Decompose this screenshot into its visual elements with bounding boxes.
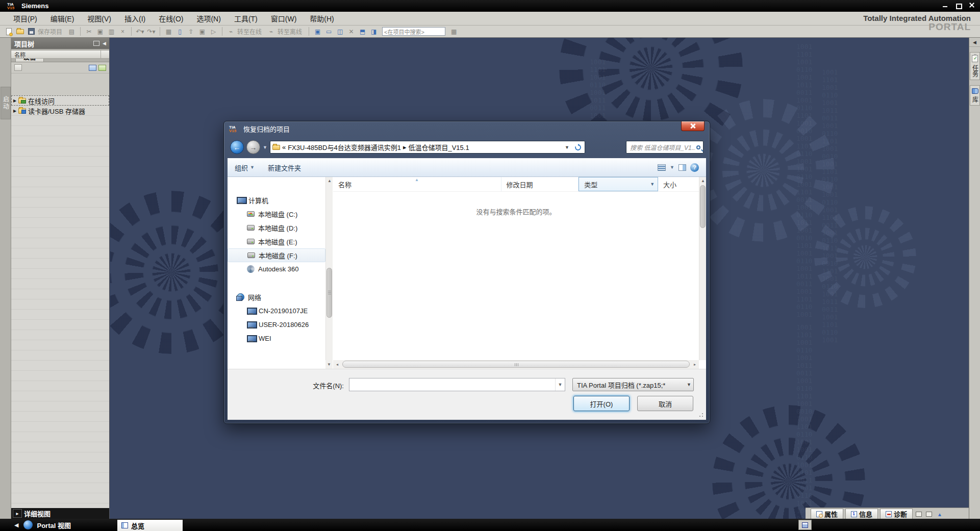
save-project-label[interactable]: 保存项目 [38, 27, 62, 36]
window-split-horizontal-icon[interactable]: ▭ [324, 27, 334, 36]
tree-item-card-reader[interactable]: 读卡器/USB 存储器 [11, 106, 109, 116]
tree-name-column-header[interactable]: 名称 [11, 50, 109, 59]
expand-inspector-icon[interactable] [937, 512, 942, 517]
file-name-dropdown-icon[interactable] [555, 378, 565, 391]
search-in-project-icon[interactable]: ▦ [449, 27, 459, 36]
nav-scroll-down-icon[interactable] [325, 360, 333, 369]
download-icon[interactable]: ▯ [175, 27, 185, 36]
file-name-combo[interactable] [349, 378, 565, 391]
recent-pages-icon[interactable] [263, 145, 267, 150]
menu-edit[interactable]: 编辑(E) [44, 12, 81, 25]
tab-properties[interactable]: 属性 [811, 509, 843, 519]
scroll-right-icon[interactable] [691, 360, 699, 369]
file-name-input[interactable] [349, 381, 555, 389]
column-type[interactable]: 类型 [579, 177, 658, 191]
search-input[interactable] [629, 143, 696, 151]
column-date-modified[interactable]: 修改日期 [501, 177, 579, 191]
new-folder-button[interactable]: 新建文件夹 [268, 163, 301, 172]
expand-icon[interactable] [13, 109, 18, 113]
preview-pane-icon[interactable] [679, 164, 686, 171]
float-window-icon[interactable] [916, 512, 922, 517]
project-search-input[interactable] [382, 27, 445, 36]
paste-icon[interactable]: ▥ [107, 27, 116, 36]
forward-button[interactable]: → [246, 140, 260, 154]
breadcrumb[interactable]: « FX3U-485BD与4台达变频器通讯实例1 ▸ 低温仓储项目_V15.1 [270, 141, 585, 154]
collapse-right-panel-icon[interactable] [969, 38, 980, 47]
nav-item-network-pc[interactable]: USER-20180626 [228, 318, 325, 332]
nav-item-disk-d[interactable]: 本地磁盘 (D:) [228, 221, 325, 235]
tab-info[interactable]: 信息 [845, 509, 878, 519]
nav-item-disk-c[interactable]: 本地磁盘 (C:) [228, 207, 325, 221]
menu-tools[interactable]: 工具(T) [228, 12, 264, 25]
go-online-icon[interactable]: ⌁ [226, 27, 236, 36]
cross-references-icon[interactable]: ✕ [346, 27, 356, 36]
menu-help[interactable]: 帮助(H) [304, 12, 340, 25]
print-icon[interactable]: ▤ [67, 27, 77, 36]
column-size[interactable]: 大小 [658, 177, 699, 191]
nav-item-network[interactable]: 网络 [228, 290, 325, 304]
go-offline-icon[interactable]: ⌁ [266, 27, 276, 36]
start-vertical-tab[interactable]: 启动 [1, 87, 11, 119]
close-icon[interactable] [968, 2, 976, 9]
menu-online[interactable]: 在线(O) [153, 12, 189, 25]
libraries-vertical-tab[interactable]: 库 [970, 85, 980, 106]
change-view-icon[interactable] [658, 164, 666, 171]
details-expand-icon[interactable] [13, 509, 22, 518]
refresh-icon[interactable] [573, 143, 583, 152]
menu-window[interactable]: 窗口(W) [265, 12, 303, 25]
open-button[interactable]: 打开(O) [573, 396, 630, 411]
scroll-up-icon[interactable] [699, 177, 706, 184]
compile-icon[interactable]: ▦ [164, 27, 173, 36]
help-icon[interactable]: ? [690, 163, 699, 172]
search-box[interactable] [626, 141, 703, 154]
redo-icon[interactable]: ↷▾ [146, 27, 156, 36]
new-project-icon[interactable] [4, 27, 14, 36]
menu-project[interactable]: 项目(P) [7, 12, 43, 25]
change-view-dropdown-icon[interactable] [670, 165, 674, 170]
menu-insert[interactable]: 插入(I) [118, 12, 152, 25]
menu-view[interactable]: 视图(V) [81, 12, 117, 25]
dock-window-icon[interactable] [926, 512, 932, 517]
split-editor-h-icon[interactable]: ⬒ [358, 27, 367, 36]
tree-item-online-access[interactable]: 在线访问 [11, 95, 109, 106]
resize-grip[interactable] [697, 411, 704, 418]
nav-item-network-pc[interactable]: WEI [228, 332, 325, 345]
overview-task-button[interactable]: 总览 [117, 520, 183, 531]
portal-orb-icon[interactable] [23, 520, 33, 529]
file-type-combo[interactable]: TIA Portal 项目归档 (*.zap15;* [572, 378, 694, 391]
expand-icon[interactable] [13, 98, 18, 103]
nav-scrollbar-thumb[interactable] [326, 268, 332, 318]
upload-icon[interactable]: ⇧ [186, 27, 196, 36]
delete-icon[interactable]: × [118, 27, 128, 36]
nav-item-disk-e[interactable]: 本地磁盘 (E:) [228, 235, 325, 248]
undo-icon[interactable]: ↶▾ [135, 27, 145, 36]
details-view-bar[interactable]: 详细视图 [11, 508, 109, 519]
nav-item-network-pc[interactable]: CN-20190107JE [228, 304, 325, 318]
scroll-left-icon[interactable] [333, 360, 341, 369]
minimize-icon[interactable] [941, 2, 949, 9]
nav-item-disk-f[interactable]: 本地磁盘 (F:) [228, 248, 325, 262]
copy-icon[interactable]: ▣ [95, 27, 105, 36]
content-scrollbar-thumb[interactable] [700, 185, 706, 228]
restore-icon[interactable] [954, 2, 963, 9]
portal-view-button[interactable]: Portal 视图 [37, 520, 70, 530]
window-split-vertical-icon[interactable]: ◫ [335, 27, 345, 36]
cancel-button[interactable]: 取消 [637, 396, 693, 411]
back-button[interactable]: ← [230, 140, 244, 154]
content-vertical-scrollbar[interactable] [699, 177, 706, 360]
diagnostics-icon[interactable]: ▣ [313, 27, 322, 36]
save-project-icon[interactable] [27, 27, 36, 36]
cut-icon[interactable]: ✂ [84, 27, 94, 36]
organize-button[interactable]: 组织 [235, 163, 255, 172]
nav-item-autodesk-360[interactable]: Autodesk 360 [228, 262, 325, 276]
breadcrumb-segment[interactable]: FX3U-485BD与4台达变频器通讯实例1 [288, 142, 401, 152]
horizontal-scrollbar-thumb[interactable] [342, 361, 690, 368]
nav-item-computer[interactable]: 计算机 [228, 193, 325, 207]
portal-back-icon[interactable] [14, 522, 18, 528]
breadcrumb-segment[interactable]: 低温仓储项目_V15.1 [408, 142, 469, 152]
horizontal-scrollbar[interactable] [333, 360, 699, 369]
menu-options[interactable]: 选项(N) [190, 12, 227, 25]
start-simulation-icon[interactable]: ▷ [209, 27, 218, 36]
scroll-up-icon[interactable] [326, 177, 333, 184]
memory-card-tray-icon[interactable] [798, 520, 812, 530]
